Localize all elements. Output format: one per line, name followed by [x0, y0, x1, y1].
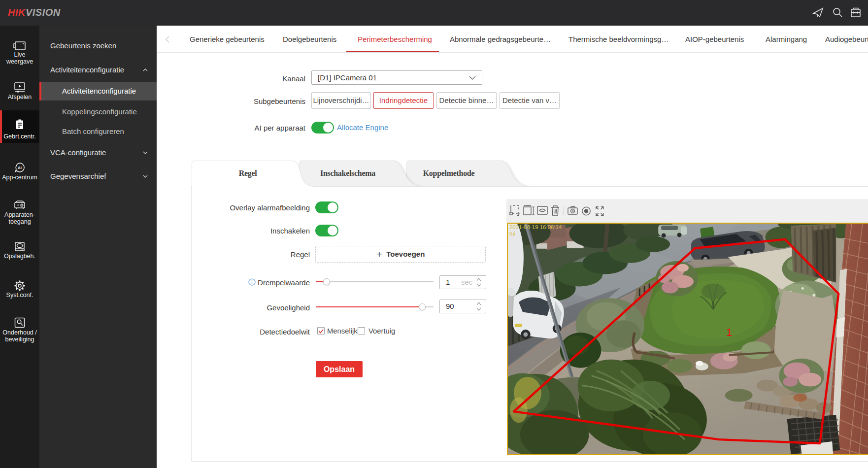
- svg-text:AI: AI: [18, 166, 22, 170]
- svg-text:2021-08-19 16:06:14: 2021-08-19 16:06:14: [509, 224, 562, 230]
- svg-text:tui: tui: [509, 231, 515, 236]
- svg-text:1: 1: [726, 326, 733, 338]
